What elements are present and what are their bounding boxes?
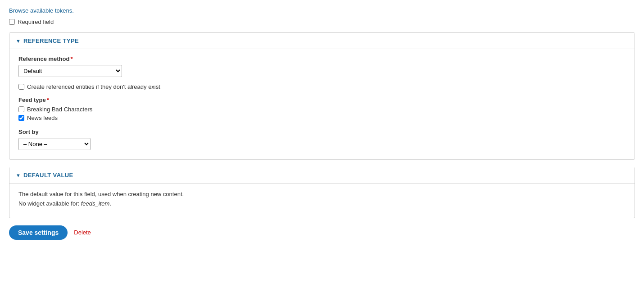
reference-method-select[interactable]: Default By label By ID: [18, 65, 122, 77]
browse-tokens-link[interactable]: Browse available tokens.: [9, 7, 635, 14]
reference-type-panel: ▼ REFERENCE TYPE Reference method* Defau…: [9, 32, 635, 160]
reference-type-collapse-icon[interactable]: ▼: [16, 38, 21, 44]
default-value-description-line1: The default value for this field, used w…: [18, 190, 626, 199]
reference-type-panel-title: REFERENCE TYPE: [23, 37, 79, 44]
sort-by-select[interactable]: – None – Title Date: [18, 138, 91, 150]
create-entities-checkbox[interactable]: [18, 84, 24, 90]
news-feeds-checkbox[interactable]: [18, 115, 24, 121]
default-value-description-line2: No widget available for: feeds_item.: [18, 199, 626, 209]
sort-by-label: Sort by: [18, 128, 626, 135]
breaking-bad-checkbox[interactable]: [18, 106, 24, 112]
required-star: *: [70, 55, 73, 62]
default-value-panel: ▼ DEFAULT VALUE The default value for th…: [9, 167, 635, 218]
feed-type-label: Feed type*: [18, 96, 626, 103]
required-field-label: Required field: [18, 18, 54, 25]
reference-method-label: Reference method*: [18, 55, 626, 62]
save-settings-button[interactable]: Save settings: [9, 225, 68, 240]
default-value-collapse-icon[interactable]: ▼: [16, 173, 21, 178]
news-feeds-label: News feeds: [27, 115, 58, 121]
actions-row: Save settings Delete: [9, 225, 635, 240]
required-field-checkbox[interactable]: [9, 19, 15, 25]
breaking-bad-label: Breaking Bad Characters: [27, 106, 92, 113]
default-value-panel-title: DEFAULT VALUE: [23, 172, 73, 179]
create-entities-label: Create referenced entities if they don't…: [27, 83, 160, 90]
feed-type-required-star: *: [47, 96, 49, 103]
delete-link[interactable]: Delete: [74, 229, 91, 236]
